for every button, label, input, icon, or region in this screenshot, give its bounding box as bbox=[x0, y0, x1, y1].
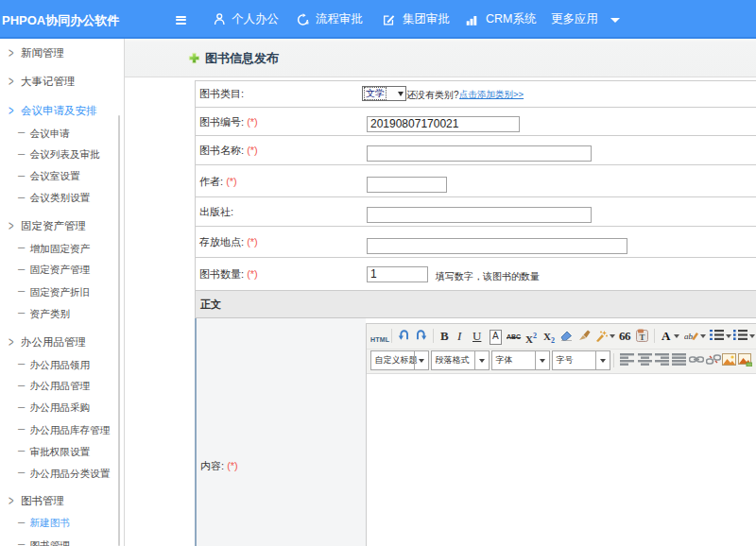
svg-text:ab: ab bbox=[684, 332, 694, 341]
svg-text:T: T bbox=[639, 333, 644, 342]
